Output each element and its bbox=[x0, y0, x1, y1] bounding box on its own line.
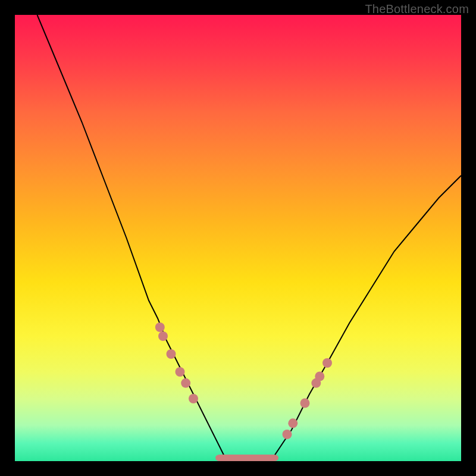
marker-dot bbox=[176, 367, 185, 377]
bottleneck-curve bbox=[37, 15, 462, 461]
marker-dot bbox=[300, 399, 310, 408]
marker-dot bbox=[283, 430, 292, 439]
marker-dot bbox=[155, 322, 165, 332]
marker-dot bbox=[322, 358, 332, 368]
marker-dot bbox=[288, 418, 298, 428]
floor-marker-bar bbox=[215, 455, 278, 461]
marker-dot bbox=[181, 378, 190, 388]
marker-dot bbox=[189, 394, 198, 403]
marker-dot bbox=[167, 349, 176, 359]
marker-dot bbox=[315, 372, 324, 381]
chart-svg bbox=[15, 15, 461, 461]
chart-plot-area bbox=[15, 15, 461, 461]
marker-dot bbox=[158, 331, 168, 341]
watermark-text: TheBottleneck.com bbox=[365, 2, 469, 16]
